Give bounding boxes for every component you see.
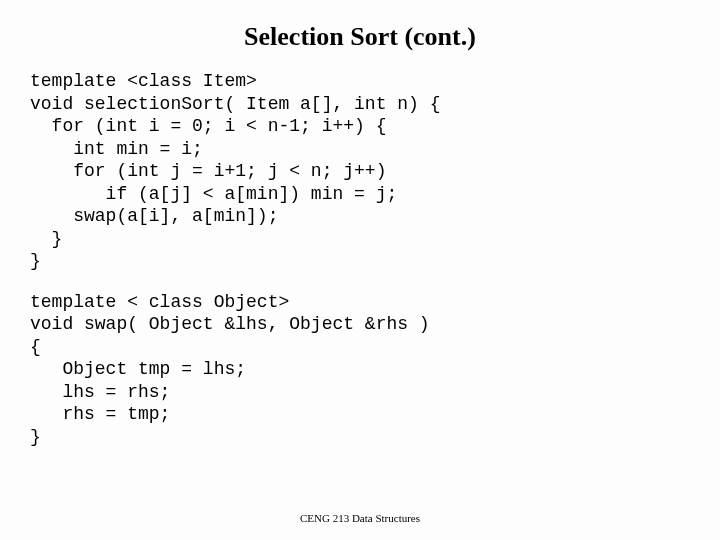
slide-footer: CENG 213 Data Structures xyxy=(0,512,720,524)
code-selection-sort: template <class Item> void selectionSort… xyxy=(0,70,720,273)
code-swap: template < class Object> void swap( Obje… xyxy=(0,291,720,449)
slide-title: Selection Sort (cont.) xyxy=(0,0,720,70)
spacer xyxy=(0,273,720,291)
